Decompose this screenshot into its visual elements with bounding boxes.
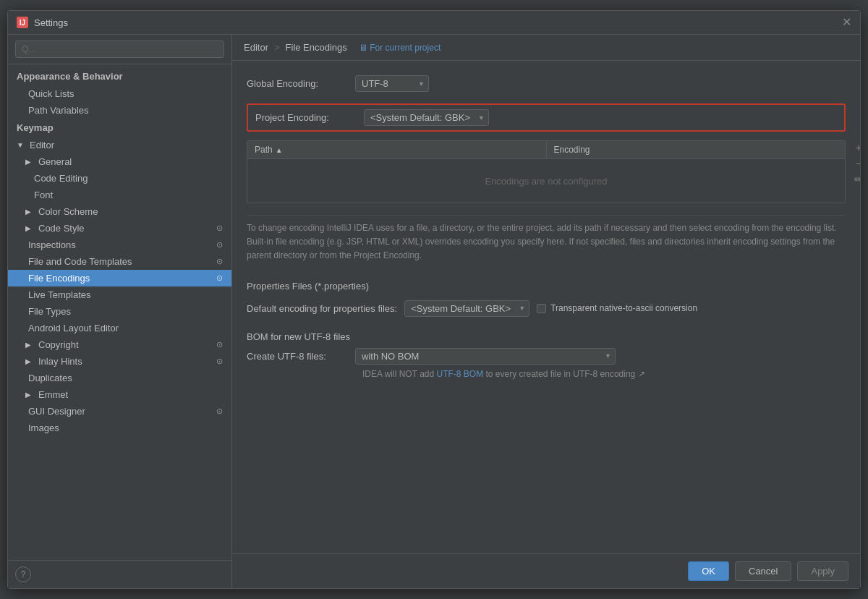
dialog-title: Settings [34, 17, 68, 28]
copyright-arrow-icon: ▶ [25, 341, 34, 349]
global-encoding-row: Global Encoding: UTF-8 UTF-16 ISO-8859-1 [247, 72, 846, 95]
main-content: Editor > File Encodings 🖥 For current pr… [232, 35, 860, 588]
project-encoding-label: Project Encoding: [255, 112, 357, 123]
color-scheme-arrow-icon: ▶ [25, 208, 34, 216]
inspections-sync-icon: ⊙ [216, 240, 223, 250]
breadcrumb-parent: Editor [244, 42, 268, 53]
bom-row: Create UTF-8 files: with NO BOM with BOM [247, 348, 846, 365]
bom-section: BOM for new UTF-8 files Create UTF-8 fil… [247, 328, 846, 379]
idea-note: IDEA will NOT add UTF-8 BOM to every cre… [247, 369, 846, 379]
props-row: Default encoding for properties files: <… [247, 300, 846, 317]
ok-button[interactable]: OK [688, 561, 729, 581]
sidebar-item-inlay-hints[interactable]: ▶ Inlay Hints ⊙ [8, 353, 231, 370]
title-bar: IJ Settings ✕ [8, 11, 860, 35]
code-editing-label: Code Editing [34, 173, 88, 184]
dialog-body: Appearance & Behavior Quick Lists Path V… [8, 35, 860, 588]
breadcrumb-bar: Editor > File Encodings 🖥 For current pr… [232, 35, 860, 61]
gui-designer-label: GUI Designer [28, 406, 212, 417]
encoding-col-label: Encoding [554, 145, 590, 155]
path-variables-label: Path Variables [28, 105, 89, 116]
sidebar-item-file-encodings[interactable]: File Encodings ⊙ [8, 270, 231, 286]
inlay-hints-arrow-icon: ▶ [25, 357, 34, 365]
sidebar-item-gui-designer[interactable]: GUI Designer ⊙ [8, 403, 231, 420]
transparent-checkbox-wrapper: Transparent native-to-ascii conversion [537, 303, 697, 313]
sidebar-item-color-scheme[interactable]: ▶ Color Scheme [8, 203, 231, 220]
sidebar-item-images[interactable]: Images [8, 420, 231, 436]
global-encoding-label: Global Encoding: [247, 78, 348, 89]
sidebar-item-path-variables[interactable]: Path Variables [8, 102, 231, 119]
android-layout-editor-label: Android Layout Editor [28, 323, 119, 334]
info-text: To change encoding IntelliJ IDEA uses fo… [247, 215, 846, 269]
bom-section-title: BOM for new UTF-8 files [247, 331, 846, 342]
emmet-label: Emmet [38, 389, 68, 400]
search-input[interactable] [15, 41, 224, 58]
sidebar-item-copyright[interactable]: ▶ Copyright ⊙ [8, 336, 231, 353]
for-project-link[interactable]: 🖥 For current project [359, 43, 441, 53]
breadcrumb-separator: > [274, 42, 280, 53]
sidebar-item-code-style[interactable]: ▶ Code Style ⊙ [8, 220, 231, 237]
title-bar-left: IJ Settings [17, 17, 68, 28]
general-label: General [38, 156, 72, 167]
breadcrumb-current: File Encodings [286, 42, 347, 53]
search-box [8, 35, 231, 64]
table-body: Encodings are not configured [247, 159, 845, 203]
path-col-label: Path [255, 145, 273, 155]
general-arrow-icon: ▶ [25, 158, 34, 166]
editor-arrow-icon: ▼ [17, 141, 25, 149]
add-encoding-button[interactable]: + [851, 140, 860, 155]
sidebar-item-emmet[interactable]: ▶ Emmet [8, 386, 231, 403]
global-encoding-select[interactable]: UTF-8 UTF-16 ISO-8859-1 [355, 75, 429, 92]
code-style-label: Code Style [38, 223, 212, 234]
images-label: Images [28, 422, 59, 433]
inspections-label: Inspections [28, 239, 212, 250]
for-project-text: For current project [370, 43, 441, 53]
sidebar-item-live-templates[interactable]: Live Templates [8, 286, 231, 303]
editor-label: Editor [30, 140, 54, 150]
sidebar-item-inspections[interactable]: Inspections ⊙ [8, 237, 231, 253]
close-button[interactable]: ✕ [842, 17, 851, 28]
sidebar-item-quick-lists[interactable]: Quick Lists [8, 85, 231, 102]
global-encoding-select-wrapper: UTF-8 UTF-16 ISO-8859-1 [355, 75, 429, 92]
cancel-button[interactable]: Cancel [735, 561, 791, 581]
sidebar-item-android-layout-editor[interactable]: Android Layout Editor [8, 320, 231, 336]
file-encodings-label: File Encodings [28, 273, 212, 284]
duplicates-label: Duplicates [28, 373, 72, 383]
file-code-templates-label: File and Code Templates [28, 256, 212, 267]
path-sort-icon: ▲ [276, 146, 283, 154]
create-utf8-select[interactable]: with NO BOM with BOM [355, 348, 616, 365]
inlay-hints-label: Inlay Hints [38, 356, 212, 367]
default-props-encoding-select[interactable]: <System Default: GBK> UTF-8 ISO-8859-1 [404, 300, 529, 317]
file-encodings-sync-icon: ⊙ [216, 273, 223, 283]
apply-button[interactable]: Apply [797, 561, 848, 581]
project-encoding-select[interactable]: <System Default: GBK> UTF-8 ISO-8859-1 [364, 109, 489, 126]
edit-encoding-button[interactable]: ✏ [851, 172, 860, 187]
utf8-bom-link[interactable]: UTF-8 BOM [436, 369, 483, 379]
table-col-path: Path ▲ [247, 141, 547, 158]
sidebar-item-file-code-templates[interactable]: File and Code Templates ⊙ [8, 253, 231, 270]
sidebar: Appearance & Behavior Quick Lists Path V… [8, 35, 232, 588]
quick-lists-label: Quick Lists [28, 88, 75, 99]
section-keymap: Keymap [8, 119, 231, 137]
help-button[interactable]: ? [15, 566, 31, 582]
color-scheme-label: Color Scheme [38, 206, 98, 217]
copyright-label: Copyright [38, 339, 212, 350]
create-utf8-label: Create UTF-8 files: [247, 351, 348, 362]
app-icon: IJ [17, 17, 28, 28]
sidebar-item-duplicates[interactable]: Duplicates [8, 370, 231, 386]
transparent-checkbox[interactable] [537, 304, 546, 313]
section-appearance-behavior: Appearance & Behavior [8, 67, 231, 85]
gui-designer-sync-icon: ⊙ [216, 407, 223, 416]
encoding-table-outer: Path ▲ Encoding Encodings are not config… [247, 140, 846, 203]
empty-message: Encodings are not configured [485, 176, 607, 187]
transparent-label: Transparent native-to-ascii conversion [550, 303, 697, 313]
sidebar-item-code-editing[interactable]: Code Editing [8, 170, 231, 187]
sidebar-item-editor[interactable]: ▼ Editor [8, 137, 231, 153]
sidebar-item-file-types[interactable]: File Types [8, 303, 231, 320]
file-types-label: File Types [28, 306, 71, 317]
code-style-arrow-icon: ▶ [25, 224, 34, 232]
settings-dialog: IJ Settings ✕ Appearance & Behavior Quic… [7, 10, 861, 589]
remove-encoding-button[interactable]: − [851, 156, 860, 171]
table-col-encoding: Encoding [547, 141, 846, 158]
sidebar-item-general[interactable]: ▶ General [8, 153, 231, 170]
sidebar-item-font[interactable]: Font [8, 187, 231, 203]
